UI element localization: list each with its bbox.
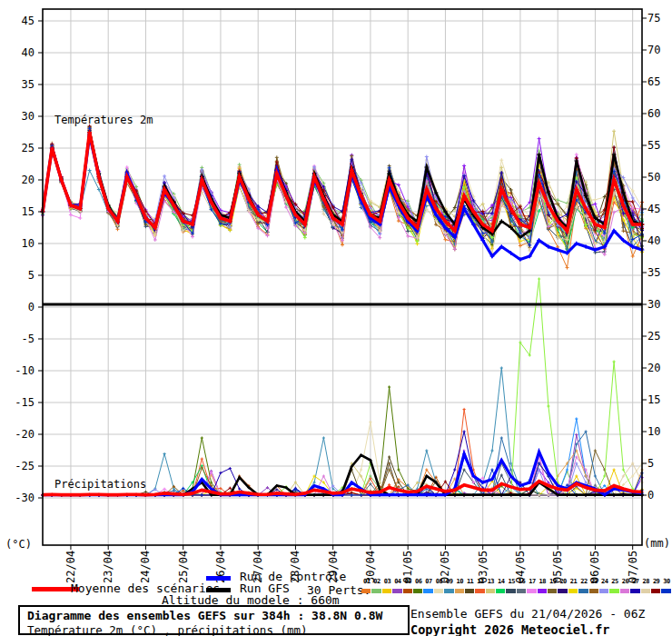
pert-number: 07 bbox=[423, 578, 433, 585]
pert-number: 16 bbox=[517, 578, 527, 585]
pert-number: 01 bbox=[361, 578, 371, 585]
pert-number: 20 bbox=[558, 578, 568, 585]
y-right-tick-label: 20 bbox=[647, 362, 660, 374]
y-right-tick-label: 50 bbox=[647, 171, 660, 184]
pert-number: 18 bbox=[538, 578, 548, 585]
x-date-label: 23/04 bbox=[102, 551, 114, 583]
y-right-tick-label: 65 bbox=[647, 75, 660, 88]
y-left-tick-label: 45 bbox=[22, 15, 35, 27]
pert-number: 14 bbox=[496, 578, 506, 585]
y-left-tick-label: 10 bbox=[22, 237, 35, 250]
pert-color-swatch bbox=[496, 589, 505, 593]
y-right-tick-label: 55 bbox=[647, 139, 660, 152]
footer-subtitle: Température 2m (°C) , précipitations (mm… bbox=[27, 623, 408, 636]
y-left-tick-label: -25 bbox=[15, 460, 35, 472]
pert-number: 12 bbox=[475, 578, 485, 585]
y-left-tick-label: 30 bbox=[22, 110, 35, 123]
pert-color-swatch bbox=[475, 589, 484, 593]
pert-number: 22 bbox=[578, 578, 588, 585]
pert-number: 24 bbox=[599, 578, 609, 585]
pert-number: 04 bbox=[392, 578, 402, 585]
pert-color-swatch bbox=[609, 589, 618, 593]
pert-number: 10 bbox=[455, 578, 465, 585]
pert-number: 19 bbox=[548, 578, 558, 585]
pert-number: 15 bbox=[506, 578, 516, 585]
pert-color-swatch bbox=[486, 589, 495, 593]
y-right-tick-label: 60 bbox=[647, 107, 660, 120]
y-left-tick-label: 15 bbox=[22, 205, 35, 218]
left-axis-unit: (°C) bbox=[5, 539, 32, 551]
y-left-tick-label: -30 bbox=[15, 492, 35, 504]
pert-color-swatch bbox=[527, 589, 536, 593]
pert-color-swatch bbox=[641, 589, 650, 593]
plot-border bbox=[43, 9, 642, 545]
pert-color-swatch bbox=[413, 589, 422, 593]
pert-color-swatch bbox=[382, 589, 391, 593]
y-left-tick-label: 35 bbox=[22, 78, 35, 91]
copyright: Copyright 2026 Meteociel.fr bbox=[410, 622, 609, 636]
pert-number: 11 bbox=[465, 578, 475, 585]
pert-color-swatch bbox=[568, 589, 578, 593]
x-date-label: 25/04 bbox=[177, 551, 190, 583]
y-right-tick-label: 15 bbox=[647, 393, 660, 406]
pert-number: 21 bbox=[568, 578, 578, 585]
pert-number: 09 bbox=[444, 578, 454, 585]
pert-number: 23 bbox=[589, 578, 599, 585]
y-right-tick-label: 5 bbox=[647, 457, 654, 470]
y-left-tick-label: -5 bbox=[22, 333, 35, 345]
pert-color-swatch bbox=[589, 589, 598, 593]
pert-color-swatch bbox=[630, 589, 639, 593]
precip-panel-label: Précipitations bbox=[54, 479, 146, 491]
footer-box: Diagramme des ensembles GEFS sur 384h : … bbox=[18, 605, 410, 635]
pert-color-swatch bbox=[517, 589, 526, 593]
y-left-tick-label: 5 bbox=[28, 269, 35, 282]
pert-color-swatch bbox=[620, 589, 629, 593]
temp-panel-label: Températures 2m bbox=[54, 114, 153, 126]
pert-color-swatch bbox=[392, 589, 401, 593]
x-date-label: 22/04 bbox=[64, 551, 77, 583]
y-right-tick-label: 10 bbox=[647, 425, 660, 438]
gridlines bbox=[43, 9, 642, 545]
pert-color-swatch bbox=[361, 589, 371, 593]
pert-color-swatch bbox=[444, 589, 453, 593]
pert-color-swatch bbox=[506, 589, 515, 593]
y-right-tick-label: 70 bbox=[647, 44, 660, 56]
pert-number: 25 bbox=[609, 578, 619, 585]
pert-color-swatch bbox=[578, 589, 588, 593]
right-axis-unit: (mm) bbox=[644, 538, 670, 550]
pert-number: 26 bbox=[620, 578, 630, 585]
pert-number: 27 bbox=[630, 578, 640, 585]
y-left-tick-label: 40 bbox=[22, 46, 35, 59]
footer-title: Diagramme des ensembles GEFS sur 384h : … bbox=[27, 609, 408, 622]
pert-number: 03 bbox=[382, 578, 392, 585]
pert-color-swatch bbox=[661, 589, 670, 593]
pert-number: 02 bbox=[371, 578, 381, 585]
control-line-swatch bbox=[206, 576, 231, 581]
pert-color-swatch bbox=[371, 589, 380, 593]
run-info: Ensemble GEFS du 21/04/2026 - 06Z bbox=[410, 607, 645, 621]
series-markers bbox=[41, 277, 643, 496]
y-right-tick-label: 25 bbox=[647, 330, 660, 343]
series-line bbox=[43, 279, 642, 495]
y-left-tick-label: -15 bbox=[15, 396, 35, 409]
pert-color-swatch bbox=[403, 589, 412, 593]
pert-color-swatch bbox=[455, 589, 464, 593]
pert-number: 05 bbox=[403, 578, 413, 585]
y-right-tick-label: 30 bbox=[647, 298, 660, 311]
y-left-tick-label: -10 bbox=[15, 364, 35, 377]
y-left-tick-label: 0 bbox=[28, 301, 35, 313]
pert-number: 17 bbox=[527, 578, 537, 585]
x-date-label: 24/04 bbox=[139, 551, 152, 583]
gfs-line-swatch bbox=[206, 588, 231, 592]
y-left-tick-label: 20 bbox=[22, 174, 35, 186]
pert-color-swatch bbox=[423, 589, 432, 593]
y-right-tick-label: 40 bbox=[647, 234, 660, 247]
chart-canvas: 454035302520151050-5-10-15-20-25-3075706… bbox=[0, 0, 672, 600]
y-right-tick-label: 0 bbox=[647, 489, 654, 502]
ensemble-diagram: 454035302520151050-5-10-15-20-25-3075706… bbox=[0, 0, 672, 636]
pert-number: 06 bbox=[413, 578, 423, 585]
pert-color-swatch bbox=[538, 589, 547, 593]
pert-color-swatch bbox=[651, 589, 660, 593]
pert-color-swatch bbox=[599, 589, 608, 593]
pert-color-swatch bbox=[465, 589, 474, 593]
